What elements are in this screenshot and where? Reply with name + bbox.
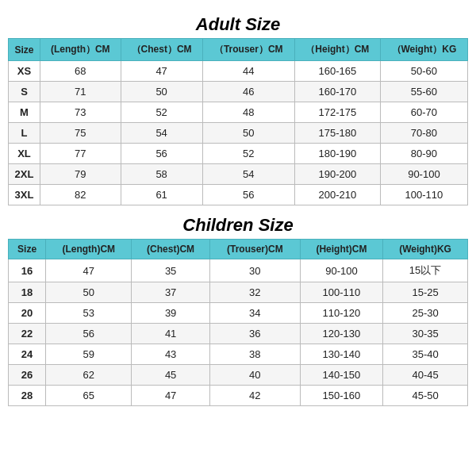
table-cell: 26 (9, 365, 46, 386)
header-cell: (Length）CM (40, 39, 121, 61)
table-cell: 34 (209, 303, 300, 324)
table-cell: 25-30 (383, 303, 468, 324)
children-section: Children Size Size(Length)CM(Chest)CM(Tr… (8, 209, 468, 409)
table-cell: 75 (40, 123, 121, 144)
table-row: 20533934110-12025-30 (9, 303, 468, 324)
table-cell: 30 (209, 259, 300, 282)
table-cell: 16 (9, 259, 46, 282)
table-cell: 54 (121, 123, 202, 144)
table-cell: 38 (209, 344, 300, 365)
children-header-row: Size(Length)CM(Chest)CM(Trouser)CM(Heigh… (9, 240, 468, 259)
table-cell: 160-170 (294, 82, 380, 102)
table-cell: 68 (40, 61, 121, 82)
table-row: XL775652180-19080-90 (9, 144, 468, 164)
table-row: 26624540140-15040-45 (9, 365, 468, 386)
table-row: 22564136120-13030-35 (9, 324, 468, 344)
adult-header-row: Size(Length）CM（Chest）CM（Trouser）CM（Heigh… (9, 39, 468, 61)
table-cell: 172-175 (294, 102, 380, 123)
adult-section: Adult Size Size(Length）CM（Chest）CM（Trous… (8, 8, 468, 209)
header-cell: (Height)CM (300, 240, 382, 259)
table-cell: 120-130 (300, 324, 382, 344)
table-cell: 56 (46, 324, 132, 344)
table-cell: 39 (132, 303, 210, 324)
table-cell: 82 (40, 185, 121, 205)
table-cell: 41 (132, 324, 210, 344)
table-cell: 44 (202, 61, 294, 82)
table-cell: 61 (121, 185, 202, 205)
header-cell: Size (9, 39, 40, 61)
table-cell: 56 (202, 185, 294, 205)
table-cell: 3XL (9, 185, 40, 205)
table-cell: 35 (132, 259, 210, 282)
table-cell: 71 (40, 82, 121, 102)
table-cell: 47 (46, 259, 132, 282)
table-cell: 36 (209, 324, 300, 344)
table-cell: 47 (121, 61, 202, 82)
header-cell: （Weight）KG (380, 39, 467, 61)
table-cell: 110-120 (300, 303, 382, 324)
table-cell: 90-100 (380, 164, 467, 185)
table-cell: 20 (9, 303, 46, 324)
table-cell: 50 (202, 123, 294, 144)
table-cell: 50 (46, 282, 132, 303)
table-cell: 62 (46, 365, 132, 386)
table-row: M735248172-17560-70 (9, 102, 468, 123)
header-cell: Size (9, 240, 46, 259)
table-cell: 48 (202, 102, 294, 123)
table-cell: 200-210 (294, 185, 380, 205)
table-cell: 100-110 (380, 185, 467, 205)
table-cell: M (9, 102, 40, 123)
table-cell: 56 (121, 144, 202, 164)
table-cell: 140-150 (300, 365, 382, 386)
table-cell: 150-160 (300, 386, 382, 406)
table-cell: 65 (46, 386, 132, 406)
table-row: L755450175-18070-80 (9, 123, 468, 144)
table-cell: 37 (132, 282, 210, 303)
table-cell: XS (9, 61, 40, 82)
table-cell: 90-100 (300, 259, 382, 282)
table-cell: 50-60 (380, 61, 467, 82)
table-row: 2XL795854190-20090-100 (9, 164, 468, 185)
table-cell: 73 (40, 102, 121, 123)
table-cell: 45 (132, 365, 210, 386)
header-cell: (Chest)CM (132, 240, 210, 259)
table-cell: 59 (46, 344, 132, 365)
table-row: S715046160-17055-60 (9, 82, 468, 102)
table-cell: 46 (202, 82, 294, 102)
table-cell: 77 (40, 144, 121, 164)
table-cell: 100-110 (300, 282, 382, 303)
table-cell: 2XL (9, 164, 40, 185)
table-cell: 24 (9, 344, 46, 365)
table-cell: 70-80 (380, 123, 467, 144)
table-row: 3XL826156200-210100-110 (9, 185, 468, 205)
table-cell: 53 (46, 303, 132, 324)
table-cell: 47 (132, 386, 210, 406)
table-cell: 79 (40, 164, 121, 185)
table-cell: 15-25 (383, 282, 468, 303)
header-cell: （Height）CM (294, 39, 380, 61)
table-cell: 45-50 (383, 386, 468, 406)
children-title: Children Size (8, 215, 468, 236)
table-cell: 80-90 (380, 144, 467, 164)
table-cell: 54 (202, 164, 294, 185)
table-cell: 15以下 (383, 259, 468, 282)
header-cell: （Chest）CM (121, 39, 202, 61)
table-cell: 52 (121, 102, 202, 123)
table-cell: 175-180 (294, 123, 380, 144)
header-cell: （Trouser）CM (202, 39, 294, 61)
table-cell: 160-165 (294, 61, 380, 82)
table-cell: 58 (121, 164, 202, 185)
table-cell: 52 (202, 144, 294, 164)
table-cell: 180-190 (294, 144, 380, 164)
table-cell: L (9, 123, 40, 144)
table-cell: 18 (9, 282, 46, 303)
table-cell: 32 (209, 282, 300, 303)
header-cell: (Trouser)CM (209, 240, 300, 259)
table-row: 1647353090-10015以下 (9, 259, 468, 282)
table-cell: 190-200 (294, 164, 380, 185)
table-row: XS684744160-16550-60 (9, 61, 468, 82)
adult-title: Adult Size (8, 14, 468, 35)
children-table: Size(Length)CM(Chest)CM(Trouser)CM(Heigh… (8, 239, 468, 406)
table-row: 28654742150-16045-50 (9, 386, 468, 406)
table-cell: 42 (209, 386, 300, 406)
